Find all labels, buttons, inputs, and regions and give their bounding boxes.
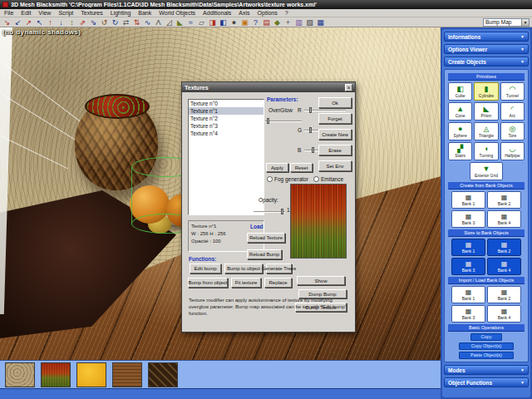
primitive-cylindre-button[interactable]: ▮Cylindre xyxy=(474,82,498,101)
texture-thumbnail[interactable] xyxy=(41,362,71,387)
toolbar-icon[interactable]: ↙ xyxy=(13,18,22,27)
toolbar-icon[interactable]: ⇘ xyxy=(89,18,98,27)
list-item[interactable]: Texture n°3 xyxy=(189,122,264,130)
forget-button[interactable]: Forget xyxy=(318,113,352,124)
store-bank-3-button[interactable]: ▦Bank 3 xyxy=(451,258,485,275)
menu-lighting[interactable]: Lighting xyxy=(111,10,131,16)
texture-preview[interactable] xyxy=(290,184,347,259)
toolbar-icon[interactable]: ⇅ xyxy=(132,18,141,27)
primitive-triangle-button[interactable]: ◬Triangle xyxy=(474,122,498,140)
import-bank-4-button[interactable]: ▦Bank 4 xyxy=(487,305,521,323)
bump-from-object-button[interactable]: Bump from object xyxy=(188,278,228,288)
toolbar-icon[interactable]: ∿ xyxy=(143,18,152,27)
texture-thumbnail[interactable] xyxy=(5,362,35,387)
primitive-prism-button[interactable]: ◣Prism xyxy=(474,102,498,121)
primitive-sphere-button[interactable]: ●Sphere xyxy=(448,122,472,140)
toolbar-icon[interactable]: Λ xyxy=(154,18,163,27)
create-new-button[interactable]: Create New xyxy=(318,129,352,140)
panel-object-functions[interactable]: Object Functions ▼ xyxy=(444,377,529,387)
toolbar-icon[interactable]: ↑ xyxy=(46,18,55,27)
fog-generator-radio[interactable]: Fog generator xyxy=(267,176,308,182)
toolbar-icon[interactable]: ⇗ xyxy=(78,18,87,27)
primitive-tore-button[interactable]: ◎Tore xyxy=(500,122,525,140)
dialog-title-bar[interactable]: Textures × xyxy=(182,82,355,92)
texture-thumbnail[interactable] xyxy=(76,362,106,387)
panel-informations[interactable]: Informations ▼ xyxy=(444,32,529,42)
toolbar-icon[interactable]: ▣ xyxy=(240,18,249,27)
create-bank-3-button[interactable]: ▦Bank 3 xyxy=(451,210,485,228)
toolbar-icon[interactable]: ▥ xyxy=(294,18,303,27)
reset-button[interactable]: Reset xyxy=(290,163,313,172)
toolbar-icon[interactable]: ↘ xyxy=(2,18,12,27)
primitive-cone-button[interactable]: ▲Cone xyxy=(448,102,472,121)
primitive-tunnel-button[interactable]: ◠Tunnel xyxy=(500,82,525,101)
radio-dot[interactable] xyxy=(313,176,319,182)
menu-world-objects[interactable]: World Objects xyxy=(159,10,195,16)
panel-options-viewer[interactable]: Options Viewer ▼ xyxy=(444,44,529,54)
store-bank-1-button[interactable]: ▦Bank 1 xyxy=(451,239,485,256)
create-bank-2-button[interactable]: ▦Bank 2 xyxy=(487,191,521,209)
set-env-button[interactable]: Set Env xyxy=(318,160,352,171)
toolbar-icon[interactable]: ↻ xyxy=(111,18,120,27)
toolbar-icon[interactable]: ↕ xyxy=(67,18,76,27)
primitive-arc-button[interactable]: ◜Arc xyxy=(500,102,525,121)
create-bank-4-button[interactable]: ▦Bank 4 xyxy=(487,210,521,228)
show-button[interactable]: Show xyxy=(297,276,345,285)
toolbar-icon[interactable]: ↺ xyxy=(100,18,109,27)
toolbar-icon[interactable]: ▱ xyxy=(197,18,206,27)
bump-map-combobox[interactable]: Bump Map ▼ xyxy=(483,18,530,27)
list-item[interactable]: Texture n°2 xyxy=(189,115,264,122)
toolbar-icon[interactable]: ↗ xyxy=(24,18,33,27)
texture-thumbnail[interactable] xyxy=(112,362,142,387)
erase-button[interactable]: Erase xyxy=(318,145,352,155)
menu-view[interactable]: View xyxy=(38,10,51,16)
menu-textures[interactable]: Textures xyxy=(81,10,102,16)
primitive-turning-button[interactable]: ◖Turning xyxy=(474,142,498,160)
panel-create-objects[interactable]: Create Objects ▼ xyxy=(444,57,529,66)
toolbar-icon[interactable]: ● xyxy=(229,18,239,27)
create-bank-1-button[interactable]: ▦Bank 1 xyxy=(451,191,485,209)
menu-edit[interactable]: Edit xyxy=(21,10,31,16)
list-item[interactable]: Texture n°0 xyxy=(189,100,264,107)
menu-file[interactable]: File xyxy=(4,10,13,16)
paste-objects-button[interactable]: Paste Object(s) xyxy=(459,352,514,359)
copy-objects-button[interactable]: Copy Object(s) xyxy=(459,342,514,350)
copy-button[interactable]: Copy xyxy=(470,333,502,341)
radio-dot[interactable] xyxy=(267,176,273,182)
menu-options[interactable]: Options xyxy=(258,10,278,16)
store-bank-2-button[interactable]: ▦Bank 2 xyxy=(487,239,521,256)
exterior-grid-button[interactable]: ▼Exterior Grid xyxy=(470,162,503,180)
menu-script[interactable]: Script xyxy=(58,10,73,16)
opacity-slider[interactable] xyxy=(254,208,285,215)
bump-to-object-button[interactable]: Bump to object xyxy=(224,264,263,273)
texture-thumbnail[interactable] xyxy=(148,362,178,387)
toolbar-icon[interactable]: ↓ xyxy=(57,18,66,27)
edit-bump-button[interactable]: Edit bump xyxy=(190,264,221,273)
primitive-stairs-button[interactable]: ▞Stairs xyxy=(448,142,472,160)
menu-additionals[interactable]: Additionals xyxy=(203,10,231,16)
toolbar-icon[interactable]: ≈ xyxy=(186,18,195,27)
ok-button[interactable]: Ok xyxy=(318,97,352,108)
toolbar-icon[interactable]: ⇄ xyxy=(121,18,131,27)
toolbar-icon[interactable]: + xyxy=(283,18,293,27)
overglow-slider[interactable] xyxy=(265,117,302,125)
texture-listbox[interactable]: Texture n°0 Texture n°1 Texture n°2 Text… xyxy=(188,99,264,215)
store-bank-4-button[interactable]: ▦Bank 4 xyxy=(487,258,521,275)
generate-trees-button[interactable]: Generate Trees xyxy=(266,264,292,273)
toolbar-icon[interactable]: ▧ xyxy=(305,18,314,27)
list-item[interactable]: Texture n°4 xyxy=(189,130,264,137)
import-bank-3-button[interactable]: ▦Bank 3 xyxy=(451,305,485,323)
combo-dropdown-icon[interactable]: ▼ xyxy=(521,19,529,26)
list-item-selected[interactable]: Texture n°1 xyxy=(189,107,264,115)
toolbar-icon[interactable]: ▦ xyxy=(316,18,325,27)
toolbar-icon[interactable]: ▤ xyxy=(262,18,271,27)
import-bank-1-button[interactable]: ▦Bank 1 xyxy=(451,286,485,303)
toolbar-icon[interactable]: ◿ xyxy=(165,18,174,27)
close-icon[interactable]: × xyxy=(345,84,352,91)
toolbar-icon[interactable]: ↖ xyxy=(35,18,44,27)
toolbar-icon[interactable]: ◨ xyxy=(208,18,217,27)
menu-bank[interactable]: Bank xyxy=(138,10,151,16)
menu-axis[interactable]: Axis xyxy=(239,10,249,16)
toolbar-icon[interactable]: ◆ xyxy=(273,18,282,27)
reload-texture-button[interactable]: Reload Texture xyxy=(247,233,285,243)
